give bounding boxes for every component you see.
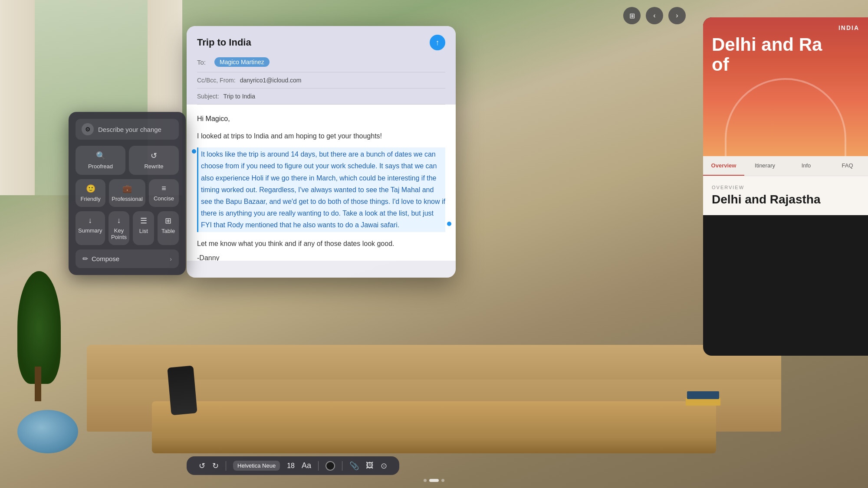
- email-body[interactable]: Hi Magico, I looked at trips to India an…: [187, 105, 456, 261]
- concise-label: Concise: [154, 195, 174, 202]
- overview-label: OVERVIEW: [712, 185, 859, 190]
- travel-content: OVERVIEW Delhi and Rajastha: [703, 176, 868, 215]
- arch-decoration: [725, 78, 846, 156]
- rewrite-button[interactable]: ↺ Rewrite: [129, 146, 179, 175]
- grid-control[interactable]: ⊞: [623, 7, 641, 24]
- describe-icon: ⚙: [82, 123, 94, 135]
- travel-panel: INDIA Delhi and Ra of Overview Itinerary…: [703, 17, 868, 356]
- page-dot-2: [429, 479, 439, 482]
- font-name-button[interactable]: Helvetica Neue: [233, 461, 280, 471]
- describe-placeholder: Describe your change: [98, 126, 161, 133]
- arrow-button[interactable]: ⊙: [381, 461, 387, 471]
- ottoman: [17, 410, 78, 453]
- format-row: ↓ Summary ↓ Key Points ☰ List ⊞ Table: [76, 211, 179, 245]
- table-icon: ⊞: [165, 216, 171, 226]
- undo-button[interactable]: ↺: [199, 461, 205, 471]
- subject-value: Trip to India: [224, 93, 255, 100]
- proofread-label: Proofread: [88, 163, 113, 170]
- email-header: Trip to India To: Magico Martinez Cc/Bcc…: [187, 26, 456, 105]
- email-title: Trip to India: [197, 37, 251, 48]
- email-closing: Let me know what you think and if any of…: [197, 238, 445, 249]
- nav-info[interactable]: Info: [786, 156, 827, 176]
- cc-label: Cc/Bcc, From:: [197, 77, 236, 84]
- email-intro: I looked at trips to India and am hoping…: [197, 131, 445, 142]
- page-dot-1: [424, 479, 427, 482]
- summary-button[interactable]: ↓ Summary: [76, 211, 105, 245]
- friendly-button[interactable]: 🙂 Friendly: [76, 179, 105, 207]
- key-points-icon: ↓: [117, 216, 121, 225]
- proofread-button[interactable]: 🔍 Proofread: [76, 146, 125, 175]
- email-title-row: Trip to India: [197, 35, 445, 50]
- concise-icon: ≡: [161, 184, 166, 193]
- page-dot-3: [441, 479, 444, 482]
- redo-button[interactable]: ↻: [212, 461, 219, 471]
- list-button[interactable]: ☰ List: [133, 211, 154, 245]
- concise-button[interactable]: ≡ Concise: [149, 179, 179, 207]
- list-label: List: [139, 228, 148, 234]
- font-size-button[interactable]: 18: [287, 462, 295, 470]
- cc-value: danyrico1@icloud.com: [240, 77, 302, 84]
- toolbar-divider-2: [318, 461, 319, 471]
- forward-control[interactable]: ›: [668, 7, 686, 24]
- table-button[interactable]: ⊞ Table: [158, 211, 179, 245]
- pagination: [424, 479, 444, 482]
- curtain-left: [0, 0, 35, 195]
- attachment-button[interactable]: 📎: [349, 461, 359, 471]
- tone-row: 🙂 Friendly 💼 Professional ≡ Concise: [76, 179, 179, 207]
- rewrite-label: Rewrite: [144, 163, 163, 170]
- email-greeting: Hi Magico,: [197, 113, 445, 124]
- subject-label: Subject:: [197, 93, 219, 100]
- recipient-chip[interactable]: Magico Martinez: [214, 57, 270, 67]
- travel-title: Delhi and Ra of: [712, 35, 822, 75]
- nav-itinerary[interactable]: Itinerary: [744, 156, 786, 176]
- email-toolbar: ↺ ↻ Helvetica Neue 18 Aa 📎 🖼 ⊙: [187, 456, 399, 475]
- books: [686, 393, 720, 414]
- friendly-label: Friendly: [80, 196, 100, 202]
- travel-nav: Overview Itinerary Info FAQ: [703, 156, 868, 176]
- send-button[interactable]: [430, 35, 445, 50]
- toolbar-divider-3: [342, 461, 342, 471]
- back-control[interactable]: ‹: [646, 7, 663, 24]
- selected-text: It looks like the trip is around 14 days…: [197, 147, 445, 232]
- summary-icon: ↓: [88, 216, 92, 225]
- professional-icon: 💼: [122, 184, 132, 193]
- compose-icon: ✏: [82, 255, 88, 263]
- to-label: To:: [197, 59, 210, 66]
- key-points-button[interactable]: ↓ Key Points: [108, 211, 130, 245]
- writing-tools-panel: ⚙ Describe your change 🔍 Proofread ↺ Rew…: [69, 112, 186, 275]
- professional-label: Professional: [112, 196, 143, 202]
- compose-chevron: ›: [170, 255, 172, 262]
- friendly-icon: 🙂: [86, 184, 95, 193]
- professional-button[interactable]: 💼 Professional: [109, 179, 145, 207]
- email-window: Trip to India To: Magico Martinez Cc/Bcc…: [187, 26, 456, 278]
- compose-label: Compose: [92, 255, 119, 262]
- describe-input[interactable]: ⚙ Describe your change: [76, 119, 179, 140]
- format-button[interactable]: Aa: [302, 461, 311, 470]
- travel-content-title: Delhi and Rajastha: [712, 193, 859, 206]
- travel-header: INDIA Delhi and Ra of: [703, 17, 868, 156]
- proofread-rewrite-row: 🔍 Proofread ↺ Rewrite: [76, 146, 179, 175]
- nav-faq[interactable]: FAQ: [827, 156, 868, 176]
- color-picker[interactable]: [326, 461, 335, 471]
- email-cc-row: Cc/Bcc, From: danyrico1@icloud.com: [197, 72, 445, 88]
- email-subject-row: Subject: Trip to India: [197, 88, 445, 105]
- key-points-label: Key Points: [111, 227, 127, 240]
- list-icon: ☰: [140, 216, 147, 226]
- table-label: Table: [161, 228, 175, 234]
- toolbar-divider-1: [226, 461, 226, 471]
- window-controls: ⊞ ‹ ›: [623, 7, 686, 24]
- rewrite-icon: ↺: [151, 151, 157, 160]
- phone-on-table: [167, 366, 197, 416]
- plant: [13, 271, 65, 401]
- proofread-icon: 🔍: [96, 151, 105, 160]
- photo-button[interactable]: 🖼: [366, 461, 374, 470]
- india-label: INDIA: [838, 24, 859, 31]
- email-signature: -Danny: [197, 252, 445, 261]
- compose-left: ✏ Compose: [82, 255, 119, 263]
- email-to-row: To: Magico Martinez: [197, 57, 445, 72]
- compose-button[interactable]: ✏ Compose ›: [76, 249, 179, 268]
- summary-label: Summary: [78, 227, 102, 234]
- coffee-table: [152, 401, 716, 453]
- nav-overview[interactable]: Overview: [703, 156, 744, 176]
